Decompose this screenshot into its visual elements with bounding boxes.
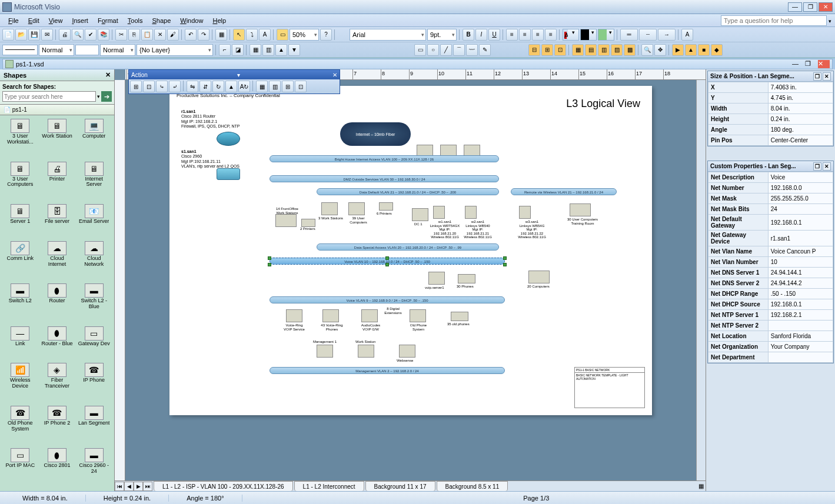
connector-tool-button[interactable]: ⤵	[246, 29, 258, 41]
menubar: File Edit View Insert Format Tools Shape…	[0, 14, 835, 27]
ungroup-button[interactable]: ▥	[262, 44, 274, 56]
fontsize-combo[interactable]: 9pt.	[427, 29, 457, 41]
help-search-input[interactable]	[721, 15, 827, 26]
flag2-button[interactable]: ▲	[685, 44, 697, 56]
menu-format[interactable]: Format	[93, 16, 123, 25]
close-button[interactable]: ✕	[819, 2, 833, 12]
layout4-button[interactable]: ▨	[611, 44, 623, 56]
fill-color-button[interactable]: ▾	[598, 29, 614, 41]
undo-button[interactable]: ↶	[185, 29, 197, 41]
menu-shape[interactable]: Shape	[147, 16, 175, 25]
underline-button[interactable]: U	[488, 29, 500, 41]
zoom-combo[interactable]: 50%	[290, 29, 319, 41]
pencil-tool-button[interactable]: ✎	[479, 44, 491, 56]
line-ends-button[interactable]: →	[658, 29, 676, 41]
align-center-button[interactable]: ≡	[519, 29, 531, 41]
standard-toolbar: 📄 📂 💾 ✉ 🖨 🔍 ✔ 📚 ✂ ⎘ 📋 ✕ 🖌 ↶ ↷ ▦ ↖ ⤵ A ▭ …	[0, 27, 835, 42]
group-button[interactable]: ▦	[249, 44, 261, 56]
drawing-tools-button[interactable]: ▭	[277, 29, 288, 41]
menu-view[interactable]: View	[44, 16, 68, 25]
italic-button[interactable]: I	[475, 29, 487, 41]
zoom-button[interactable]: 🔍	[641, 44, 653, 56]
line-color-button[interactable]: ▾	[580, 29, 597, 41]
layout2-button[interactable]: ▤	[585, 44, 597, 56]
print-button[interactable]: 🖨	[59, 29, 71, 41]
corner-round-button[interactable]: ⌐	[219, 44, 231, 56]
fill-preview	[75, 45, 99, 55]
freeform-tool-button[interactable]: 〰	[466, 44, 478, 56]
pointer-tool-button[interactable]: ↖	[233, 29, 245, 41]
connect-button[interactable]: ⊡	[554, 44, 566, 56]
text-color-button[interactable]: A	[681, 29, 693, 41]
help-button[interactable]: ?	[320, 29, 332, 41]
align-justify-button[interactable]: ≡	[545, 29, 557, 41]
preview-button[interactable]: 🔍	[72, 29, 84, 41]
arc-tool-button[interactable]: ⌒	[453, 44, 465, 56]
rect-tool-button[interactable]: ▭	[414, 44, 426, 56]
cut-button[interactable]: ✂	[115, 29, 127, 41]
font-combo[interactable]: Arial	[350, 29, 426, 41]
menu-window[interactable]: Window	[175, 16, 208, 25]
back-button[interactable]: ▼	[288, 44, 300, 56]
spell-button[interactable]: ✔	[85, 29, 97, 41]
paste-button[interactable]: 📋	[141, 29, 153, 41]
save-button[interactable]: 💾	[28, 29, 40, 41]
flag1-button[interactable]: ▶	[672, 44, 684, 56]
open-button[interactable]: 📂	[15, 29, 27, 41]
redo-button[interactable]: ↷	[198, 29, 209, 41]
front-button[interactable]: ▲	[275, 44, 287, 56]
align-shapes-button[interactable]: ⊟	[528, 44, 540, 56]
line-weight-button[interactable]: ═	[620, 29, 638, 41]
delete-button[interactable]: ✕	[154, 29, 166, 41]
menu-tools[interactable]: Tools	[123, 16, 148, 25]
ellipse-tool-button[interactable]: ○	[427, 44, 439, 56]
bold-button[interactable]: B	[463, 29, 474, 41]
line-style-combo[interactable]: Normal	[39, 44, 74, 56]
menu-insert[interactable]: Insert	[67, 16, 93, 25]
menu-file[interactable]: File	[4, 16, 24, 25]
line-pattern-button[interactable]: ┄	[639, 29, 657, 41]
layout3-button[interactable]: ▥	[598, 44, 610, 56]
layout5-button[interactable]: ▩	[624, 44, 636, 56]
menu-edit[interactable]: Edit	[24, 16, 44, 25]
research-button[interactable]: 📚	[98, 29, 109, 41]
app-icon	[2, 2, 12, 12]
app-title: Microsoft Visio	[14, 3, 788, 11]
layer-combo[interactable]: {No Layer}	[137, 44, 213, 56]
font-color-button[interactable]: A▾	[563, 29, 579, 41]
minimize-button[interactable]: —	[788, 2, 802, 12]
align-left-button[interactable]: ≡	[506, 29, 518, 41]
copy-button[interactable]: ⎘	[128, 29, 140, 41]
format-painter-button[interactable]: 🖌	[167, 29, 179, 41]
help-search: ▾	[721, 15, 831, 26]
shadow-button[interactable]: ◪	[232, 44, 244, 56]
line-style-preview	[2, 45, 38, 55]
align-right-button[interactable]: ≡	[532, 29, 544, 41]
shapes-window-button[interactable]: ▦	[215, 29, 227, 41]
titlebar: Microsoft Visio — ❐ ✕	[0, 0, 835, 14]
distribute-button[interactable]: ⊞	[541, 44, 553, 56]
layout1-button[interactable]: ▦	[572, 44, 584, 56]
line-tool-button[interactable]: ╱	[440, 44, 452, 56]
flag3-button[interactable]: ■	[698, 44, 710, 56]
toolbars: 📄 📂 💾 ✉ 🖨 🔍 ✔ 📚 ✂ ⎘ 📋 ✕ 🖌 ↶ ↷ ▦ ↖ ⤵ A ▭ …	[0, 27, 835, 58]
text-tool-button[interactable]: A	[259, 29, 271, 41]
mail-button[interactable]: ✉	[41, 29, 53, 41]
maximize-button[interactable]: ❐	[803, 2, 817, 12]
format-toolbar: Normal Normal {No Layer} ⌐ ◪ ▦ ▥ ▲ ▼ ▭ ○…	[0, 42, 835, 58]
menu-help[interactable]: Help	[208, 16, 231, 25]
flag4-button[interactable]: ◆	[711, 44, 723, 56]
new-button[interactable]: 📄	[2, 29, 14, 41]
pan-button[interactable]: ✥	[654, 44, 666, 56]
fill-style-combo[interactable]: Normal	[100, 44, 135, 56]
